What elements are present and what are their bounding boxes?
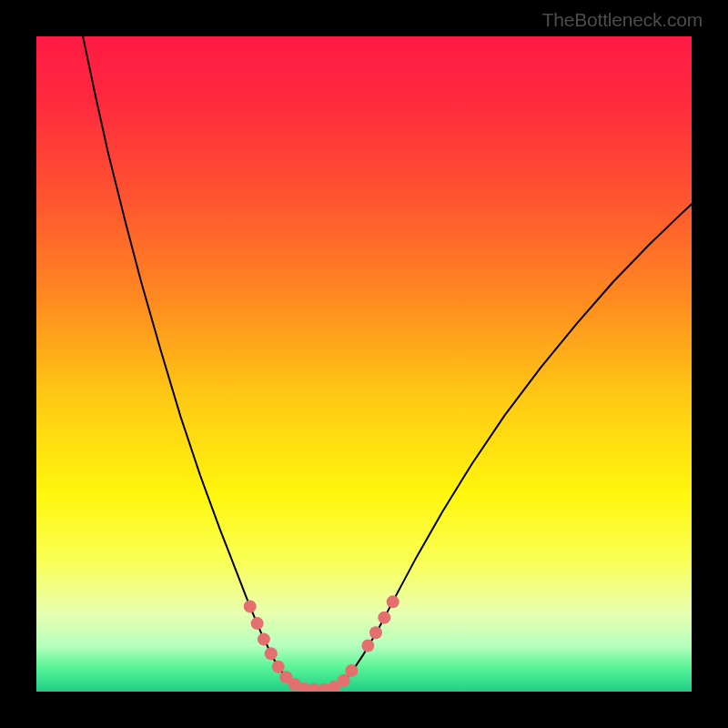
highlight-marker — [345, 664, 358, 677]
highlight-marker — [369, 626, 382, 639]
highlight-marker — [387, 595, 399, 608]
highlight-marker — [361, 640, 374, 652]
highlight-marker — [265, 647, 278, 660]
watermark-text: TheBottleneck.com — [542, 9, 703, 31]
bottleneck-curve — [83, 36, 692, 690]
highlight-markers-group — [244, 595, 399, 692]
highlight-marker — [244, 600, 257, 612]
highlight-marker — [251, 617, 264, 630]
highlight-marker — [272, 661, 285, 673]
highlight-marker — [258, 632, 270, 645]
highlight-marker — [378, 612, 390, 624]
chart-frame: TheBottleneck.com — [0, 0, 728, 728]
curve-layer — [36, 36, 692, 692]
plot-area — [36, 36, 692, 692]
